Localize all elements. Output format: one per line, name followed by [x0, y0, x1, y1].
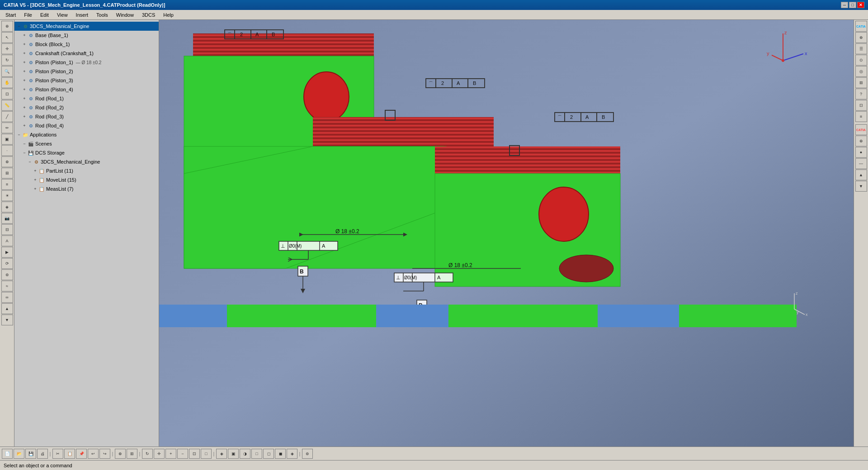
rtoolbar-btn4[interactable]: ◎ — [855, 66, 867, 77]
btn-open[interactable]: 📂 — [14, 449, 24, 459]
menu-edit[interactable]: Edit — [37, 11, 52, 19]
btn-new[interactable]: 📄 — [2, 449, 13, 459]
toolbar-measure[interactable]: 📏 — [1, 100, 13, 111]
btn-zoom-out[interactable]: − — [177, 449, 188, 459]
tree-applications[interactable]: − 📁 Applications — [14, 130, 159, 139]
btn-wireframe[interactable]: □ — [251, 449, 262, 459]
toolbar-plane[interactable]: ▣ — [1, 134, 13, 145]
toolbar-camera[interactable]: 📷 — [1, 213, 13, 224]
btn-zoom-in[interactable]: + — [165, 449, 176, 459]
toolbar-bottom-arrow[interactable]: ▼ — [1, 315, 13, 325]
close-button[interactable]: ✕ — [857, 2, 864, 8]
toolbar-render[interactable]: ▶ — [1, 247, 13, 258]
btn-redo[interactable]: ↪ — [99, 449, 110, 459]
rtoolbar-btn1[interactable]: ⊕ — [855, 32, 867, 43]
expand-partlist[interactable]: + — [33, 168, 38, 174]
menu-file[interactable]: File — [20, 11, 36, 19]
btn-hidden[interactable]: ◻ — [263, 449, 274, 459]
btn-edges[interactable]: ◼ — [275, 449, 286, 459]
btn-snap[interactable]: ⊞ — [127, 449, 137, 459]
expand-rod3[interactable]: + — [22, 114, 27, 119]
tree-rod1[interactable]: + ⚙ Rod (Rod_1) — [14, 94, 159, 103]
rtoolbar-btn8[interactable]: ≡ — [855, 111, 867, 122]
minimize-button[interactable]: ─ — [841, 2, 848, 8]
btn-undo[interactable]: ↩ — [88, 449, 99, 459]
tree-piston1[interactable]: + ⚙ Piston (Piston_1) — Ø 18 ±0.2 — [14, 58, 159, 67]
btn-print[interactable]: 🖨 — [37, 449, 48, 459]
toolbar-annotation[interactable]: A — [1, 235, 13, 246]
toolbar-sim[interactable]: ⟳ — [1, 258, 13, 269]
expand-rod2[interactable]: + — [22, 105, 27, 110]
tree-piston2[interactable]: + ⚙ Piston (Piston_2) — [14, 67, 159, 76]
rtoolbar-btn2[interactable]: ☰ — [855, 43, 867, 54]
menu-tools[interactable]: Tools — [93, 11, 112, 19]
restore-button[interactable]: □ — [849, 2, 856, 8]
rtoolbar-arrow-down[interactable]: ▼ — [855, 181, 867, 192]
tree-partlist[interactable]: + 📋 PartList (11) — [14, 166, 159, 175]
btn-pan-view[interactable]: ✛ — [154, 449, 165, 459]
viewport[interactable]: ⌒ 2 A B ⌒ 2 A — [159, 20, 854, 446]
menu-window[interactable]: Window — [113, 11, 137, 19]
btn-compass[interactable]: ⊕ — [115, 449, 126, 459]
expand-root[interactable]: − — [16, 24, 22, 29]
tree-scenes[interactable]: − 🎬 Scenes — [14, 139, 159, 148]
tree-movelist[interactable]: + 📋 MoveList (15) — [14, 175, 159, 184]
btn-view-iso[interactable]: ◈ — [216, 449, 227, 459]
rtoolbar-btn11[interactable]: — — [855, 158, 867, 169]
expand-piston3[interactable]: + — [22, 78, 27, 83]
rtoolbar-btn9[interactable]: ⊕ — [855, 136, 867, 146]
rtoolbar-arrow-up[interactable]: ▲ — [855, 169, 867, 180]
btn-zoom-area[interactable]: □ — [201, 449, 212, 459]
tree-base[interactable]: + ⚙ Base (Base_1) — [14, 31, 159, 40]
expand-crankshaft[interactable]: + — [22, 51, 27, 56]
expand-base[interactable]: + — [22, 33, 27, 38]
tree-crankshaft[interactable]: + ⚙ Crankshaft (Crankshaft_1) — [14, 49, 159, 58]
rtoolbar-btn3[interactable]: ⊙ — [855, 55, 867, 66]
expand-rod4[interactable]: + — [22, 123, 27, 128]
expand-movelist[interactable]: + — [33, 177, 38, 183]
rtoolbar-btn6[interactable]: ? — [855, 89, 867, 99]
btn-render[interactable]: ◈ — [287, 449, 297, 459]
toolbar-select[interactable]: ↖ — [1, 32, 13, 43]
menu-insert[interactable]: Insert — [72, 11, 92, 19]
tree-piston4[interactable]: + ⚙ Piston (Piston_4) — [14, 85, 159, 94]
toolbar-constraint[interactable]: ⊞ — [1, 168, 13, 179]
menu-view[interactable]: View — [53, 11, 71, 19]
tree-dcs-engine[interactable]: − ⚙ 3DCS_Mechanical_Engine — [14, 157, 159, 166]
toolbar-arrow[interactable]: ▲ — [1, 303, 13, 314]
rtoolbar-btn5[interactable]: ⊞ — [855, 77, 867, 88]
btn-shading[interactable]: ◑ — [240, 449, 250, 459]
toolbar-pan[interactable]: ✋ — [1, 77, 13, 88]
tree-piston3[interactable]: + ⚙ Piston (Piston_3) — [14, 76, 159, 85]
expand-measlist[interactable]: + — [33, 186, 38, 192]
toolbar-light[interactable]: ☀ — [1, 190, 13, 201]
rtoolbar-btn10[interactable]: ● — [855, 147, 867, 158]
expand-block[interactable]: + — [22, 42, 27, 47]
toolbar-axis[interactable]: ⊕ — [1, 156, 13, 167]
tree-root[interactable]: − ⚙ 3DCS_Mechanical_Engine — [14, 22, 159, 31]
tree-measlist[interactable]: + 📋 MeasList (7) — [14, 184, 159, 193]
btn-copy[interactable]: 📋 — [64, 449, 75, 459]
btn-paste[interactable]: 📌 — [76, 449, 87, 459]
toolbar-compass[interactable]: ⊕ — [1, 21, 13, 32]
toolbar-rotate[interactable]: ↻ — [1, 55, 13, 66]
toolbar-section[interactable]: ⊟ — [1, 224, 13, 235]
toolbar-dcs[interactable]: ⊚ — [1, 269, 13, 280]
tree-block[interactable]: + ⚙ Block (Block_1) — [14, 40, 159, 49]
expand-applications[interactable]: − — [16, 132, 22, 137]
btn-dcs-extra[interactable]: ⊚ — [302, 449, 313, 459]
tree-dcs-storage[interactable]: − 💾 DCS Storage — [14, 148, 159, 157]
expand-scenes[interactable]: − — [22, 141, 27, 146]
toolbar-zoom[interactable]: 🔍 — [1, 66, 13, 77]
btn-view-front[interactable]: ▣ — [228, 449, 239, 459]
expand-rod1[interactable]: + — [22, 96, 27, 101]
tree-rod4[interactable]: + ⚙ Rod (Rod_4) — [14, 121, 159, 130]
toolbar-extra2[interactable]: ∞ — [1, 292, 13, 303]
rtoolbar-btn7[interactable]: ⊡ — [855, 100, 867, 111]
tree-rod2[interactable]: + ⚙ Rod (Rod_2) — [14, 103, 159, 112]
toolbar-move[interactable]: ✛ — [1, 43, 13, 54]
toolbar-material[interactable]: ◈ — [1, 202, 13, 212]
menu-3dcs[interactable]: 3DCS — [138, 11, 159, 19]
expand-dcs-engine[interactable]: − — [27, 159, 33, 164]
menu-start[interactable]: Start — [2, 11, 19, 19]
